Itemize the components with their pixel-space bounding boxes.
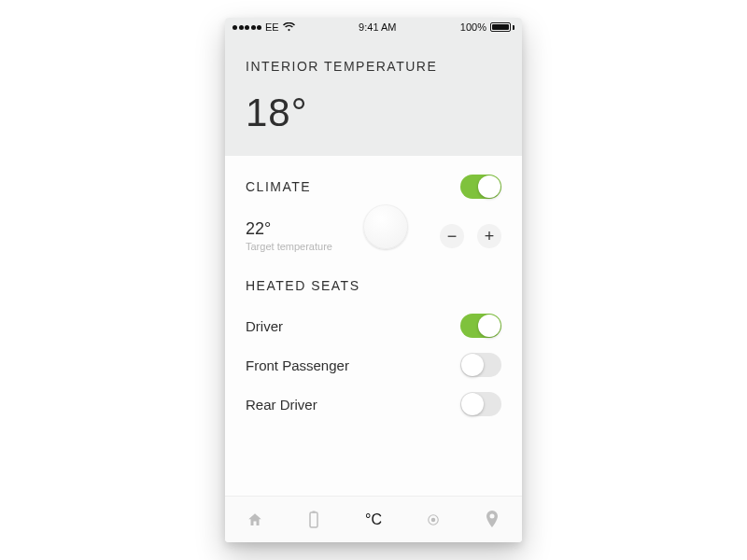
interior-temp-title: INTERIOR TEMPERATURE bbox=[246, 59, 501, 74]
temperature-dial[interactable] bbox=[363, 204, 408, 249]
seat-toggle-driver[interactable] bbox=[460, 314, 501, 338]
svg-rect-0 bbox=[310, 512, 317, 527]
phone-frame: EE 9:41 AM 100% INTERIOR TEMPERATURE 18° bbox=[225, 18, 522, 542]
seat-label: Driver bbox=[246, 318, 283, 334]
svg-rect-1 bbox=[313, 511, 316, 512]
nav-battery[interactable] bbox=[285, 497, 345, 542]
target-temp-value: 22° bbox=[246, 219, 332, 239]
decrease-temp-button[interactable]: − bbox=[440, 224, 464, 248]
nav-climate[interactable]: °C bbox=[344, 497, 403, 542]
battery-nav-icon bbox=[308, 511, 319, 529]
seat-row-driver: Driver bbox=[246, 306, 501, 345]
battery-icon bbox=[490, 22, 514, 32]
nav-location[interactable] bbox=[462, 497, 522, 542]
clock-label: 9:41 AM bbox=[359, 21, 396, 33]
seat-toggle-rear-driver[interactable] bbox=[460, 392, 501, 416]
seat-toggle-front-passenger[interactable] bbox=[460, 353, 501, 377]
nav-home[interactable] bbox=[225, 497, 285, 542]
interior-temp-panel: INTERIOR TEMPERATURE 18° bbox=[225, 36, 522, 156]
seat-label: Front Passenger bbox=[246, 357, 349, 373]
battery-percent-label: 100% bbox=[460, 21, 486, 33]
target-temp-label: Target temperature bbox=[246, 241, 332, 252]
signal-dots-icon bbox=[233, 25, 261, 30]
svg-point-3 bbox=[430, 517, 435, 522]
seat-row-front-passenger: Front Passenger bbox=[246, 345, 501, 385]
wifi-icon bbox=[283, 22, 295, 32]
home-icon bbox=[247, 511, 263, 528]
thermometer-icon: °C bbox=[365, 511, 382, 528]
nav-status[interactable] bbox=[403, 497, 463, 542]
increase-temp-button[interactable]: + bbox=[477, 224, 501, 248]
target-icon bbox=[425, 511, 442, 528]
location-pin-icon bbox=[486, 511, 499, 529]
seat-row-rear-driver: Rear Driver bbox=[246, 385, 501, 424]
climate-toggle[interactable] bbox=[460, 175, 501, 199]
climate-heading: CLIMATE bbox=[246, 179, 311, 194]
carrier-label: EE bbox=[265, 21, 279, 33]
interior-temp-value: 18° bbox=[246, 91, 501, 135]
bottom-nav: °C bbox=[225, 496, 522, 542]
status-bar: EE 9:41 AM 100% bbox=[225, 18, 522, 36]
seat-label: Rear Driver bbox=[246, 397, 317, 413]
heated-seats-heading: HEATED SEATS bbox=[246, 278, 501, 293]
